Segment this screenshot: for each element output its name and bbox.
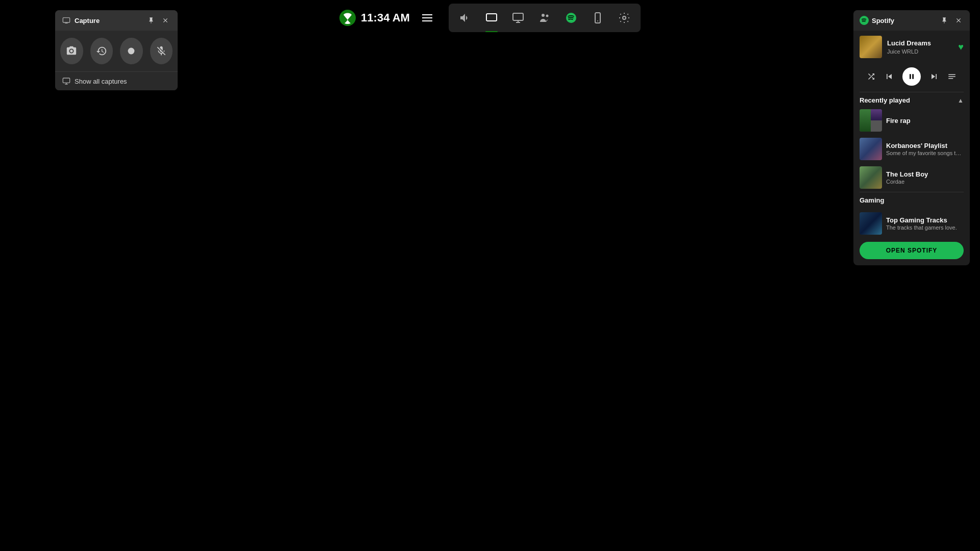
next-button[interactable] — [929, 71, 939, 82]
top-gaming-name: Top Gaming Tracks — [886, 216, 964, 224]
menu-icon[interactable] — [420, 11, 434, 25]
capture-icon — [485, 12, 498, 24]
prev-button[interactable] — [884, 71, 894, 82]
now-playing-row: Lucid Dreams Juice WRLD ♥ — [853, 31, 970, 63]
playlist-item-lost-boy[interactable]: The Lost Boy Cordae — [853, 163, 970, 192]
xbox-logo-icon — [339, 10, 356, 26]
nav-tab-settings[interactable] — [612, 6, 636, 30]
lost-boy-name: The Lost Boy — [886, 170, 964, 178]
shuffle-button[interactable] — [867, 72, 876, 81]
capture-close-button[interactable] — [160, 15, 170, 26]
spotify-logo-icon — [860, 16, 869, 25]
svg-point-3 — [542, 14, 545, 17]
svg-rect-11 — [63, 78, 69, 83]
recent-activity-button[interactable] — [90, 38, 113, 64]
lost-boy-sub: Cordae — [886, 179, 964, 185]
svg-point-5 — [566, 13, 576, 23]
time-display: 11:34 AM — [361, 11, 410, 24]
top-gaming-thumb — [860, 212, 882, 235]
spotify-pin-button[interactable] — [939, 15, 949, 26]
phone-icon — [592, 12, 604, 24]
gaming-label: Gaming — [860, 196, 964, 204]
capture-pin-button[interactable] — [146, 15, 156, 26]
svg-rect-2 — [513, 13, 523, 20]
capture-header-left: Capture — [62, 16, 100, 24]
spotify-nav-icon — [565, 12, 577, 24]
capture-panel: Capture — [55, 10, 178, 90]
monitor-icon — [62, 77, 70, 85]
spotify-panel-title: Spotify — [872, 17, 894, 24]
playlist-item-top-gaming[interactable]: Top Gaming Tracks The tracks that gamers… — [853, 209, 970, 238]
collapse-button[interactable]: ▲ — [958, 97, 964, 104]
capture-header-icon — [62, 16, 70, 24]
volume-icon — [459, 12, 471, 24]
spotify-header-left: Spotify — [860, 16, 894, 25]
capture-header-icons — [146, 15, 170, 26]
svg-rect-9 — [63, 18, 69, 22]
top-gaming-sub: The tracks that gamers love. — [886, 224, 964, 231]
fire-rap-info: Fire rap — [886, 117, 964, 124]
nav-tab-capture[interactable] — [479, 6, 504, 30]
playlist-item-fire-rap[interactable]: Fire rap — [853, 106, 970, 135]
track-info: Lucid Dreams Juice WRLD — [887, 39, 953, 55]
show-all-captures-button[interactable]: Show all captures — [55, 71, 178, 90]
svg-rect-15 — [948, 78, 953, 79]
track-name: Lucid Dreams — [887, 39, 953, 48]
svg-point-7 — [597, 20, 598, 21]
playlist-item-korbanos[interactable]: Korbanoes' Playlist Some of my favorite … — [853, 135, 970, 163]
spotify-panel: Spotify Lucid Dreams Juice WRLD ♥ — [853, 10, 970, 265]
korbanos-sub: Some of my favorite songs that I listen … — [886, 150, 964, 156]
nav-tab-spotify[interactable] — [559, 6, 583, 30]
playback-controls — [853, 63, 970, 92]
nav-tab-display[interactable] — [506, 6, 530, 30]
capture-panel-title: Capture — [75, 17, 100, 24]
track-artist: Juice WRLD — [887, 48, 953, 55]
nav-tab-phone[interactable] — [585, 6, 610, 30]
queue-button[interactable] — [947, 72, 957, 81]
korbanos-name: Korbanoes' Playlist — [886, 142, 964, 149]
svg-rect-1 — [486, 14, 497, 21]
heart-button[interactable]: ♥ — [958, 42, 964, 53]
top-gaming-info: Top Gaming Tracks The tracks that gamers… — [886, 216, 964, 231]
friends-icon — [538, 12, 551, 24]
spotify-close-button[interactable] — [953, 15, 964, 26]
svg-rect-14 — [948, 76, 955, 77]
spotify-header-icons — [939, 15, 964, 26]
lost-boy-info: The Lost Boy Cordae — [886, 170, 964, 185]
mic-button[interactable] — [150, 38, 173, 64]
korbanos-info: Korbanoes' Playlist Some of my favorite … — [886, 142, 964, 156]
fire-rap-thumb — [860, 109, 882, 132]
svg-point-10 — [128, 48, 135, 55]
recently-played-header: Recently played ▲ — [853, 92, 970, 106]
spotify-panel-header: Spotify — [853, 10, 970, 31]
gaming-section: Gaming — [853, 192, 970, 209]
show-captures-label: Show all captures — [75, 78, 127, 85]
nav-tab-volume[interactable] — [453, 6, 477, 30]
top-bar-left: 11:34 AM — [339, 10, 438, 26]
capture-buttons-row — [55, 31, 178, 71]
svg-point-12 — [860, 16, 869, 25]
svg-point-8 — [623, 16, 626, 19]
open-spotify-button[interactable]: OPEN SPOTIFY — [860, 242, 964, 259]
record-button[interactable] — [120, 38, 143, 64]
svg-rect-13 — [948, 74, 955, 76]
fire-rap-name: Fire rap — [886, 117, 964, 124]
settings-icon — [618, 12, 630, 24]
screenshot-button[interactable] — [60, 38, 83, 64]
capture-panel-header: Capture — [55, 10, 178, 31]
svg-point-4 — [546, 15, 548, 17]
nav-tabs — [449, 4, 641, 32]
now-playing-album-art — [860, 36, 882, 58]
nav-tab-friends[interactable] — [532, 6, 557, 30]
lost-boy-thumb — [860, 166, 882, 189]
korbanos-thumb — [860, 138, 882, 160]
play-pause-button[interactable] — [902, 67, 921, 86]
display-icon — [512, 12, 524, 24]
recently-played-title: Recently played — [860, 96, 910, 104]
